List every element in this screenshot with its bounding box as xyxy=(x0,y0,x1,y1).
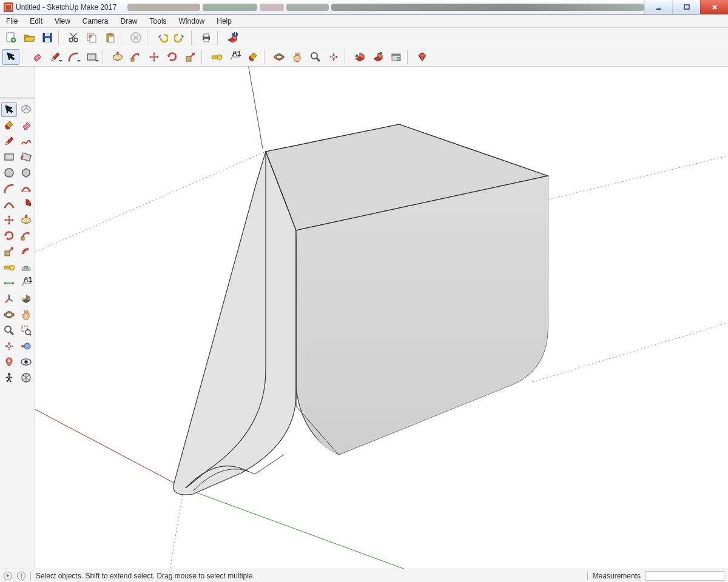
move-icon[interactable] xyxy=(1,213,17,227)
status-separator xyxy=(30,572,31,580)
zoom-button[interactable] xyxy=(307,49,324,65)
paste-button[interactable] xyxy=(101,30,118,45)
move-tool-button[interactable] xyxy=(146,49,163,65)
get-models-button[interactable] xyxy=(351,49,368,65)
polygon-icon[interactable] xyxy=(18,166,34,180)
svg-line-55 xyxy=(35,406,184,488)
scale-tool-button[interactable] xyxy=(182,49,199,65)
menu-window[interactable]: Window xyxy=(173,15,211,27)
paint-bucket-button[interactable] xyxy=(244,49,261,65)
previous-view-icon[interactable] xyxy=(18,339,34,353)
eraser-icon[interactable] xyxy=(18,118,34,133)
pencil-icon[interactable] xyxy=(1,134,17,149)
window-maximize-button[interactable] xyxy=(672,0,700,14)
menu-edit[interactable]: Edit xyxy=(24,15,49,27)
push-pull-icon[interactable] xyxy=(18,213,34,227)
axes-icon[interactable] xyxy=(1,292,17,306)
paint-bucket-icon[interactable] xyxy=(1,118,17,133)
sketchup-appicon xyxy=(4,2,13,12)
svg-rect-1 xyxy=(684,5,689,9)
save-file-button[interactable] xyxy=(39,30,56,45)
select-tool-button[interactable] xyxy=(2,49,19,65)
zoom-icon[interactable] xyxy=(1,323,17,338)
model-info-button[interactable] xyxy=(224,30,241,45)
orbit-button[interactable] xyxy=(271,49,288,65)
tape-measure-icon[interactable] xyxy=(1,260,17,275)
scale-icon[interactable] xyxy=(1,244,17,259)
svg-line-57 xyxy=(169,488,184,569)
orbit-icon[interactable] xyxy=(1,307,17,322)
rectangle-icon[interactable] xyxy=(1,150,17,164)
extension-warehouse-button[interactable] xyxy=(388,49,405,65)
redo-button[interactable] xyxy=(172,30,189,45)
zoom-extents-button[interactable] xyxy=(325,49,342,65)
arc-icon[interactable] xyxy=(1,181,17,196)
delete-button[interactable] xyxy=(127,30,144,45)
rotate-icon[interactable] xyxy=(1,229,17,243)
cut-button[interactable] xyxy=(65,30,82,45)
toggle-xray-icon[interactable] xyxy=(18,370,34,385)
print-button[interactable] xyxy=(198,30,215,45)
make-component-icon[interactable] xyxy=(18,102,34,117)
text-label-button[interactable] xyxy=(226,49,243,65)
walk-icon[interactable] xyxy=(1,370,17,385)
menu-camera[interactable]: Camera xyxy=(76,15,115,27)
arc-tool-button[interactable] xyxy=(65,49,82,65)
toolbar-separator xyxy=(264,50,268,64)
toolbar-separator xyxy=(103,50,107,64)
toolbar-separator xyxy=(191,30,195,45)
menu-view[interactable]: View xyxy=(49,15,76,27)
measurements-input[interactable] xyxy=(645,571,724,581)
ruby-console-button[interactable] xyxy=(414,49,431,65)
window-minimize-button[interactable] xyxy=(644,0,672,14)
toolbar-separator xyxy=(217,30,221,45)
rotate-tool-button[interactable] xyxy=(164,49,181,65)
geo-info-icon[interactable]: ⌖ xyxy=(4,572,12,580)
circle-icon[interactable] xyxy=(1,166,17,180)
open-file-button[interactable] xyxy=(21,30,38,45)
menu-bar: File Edit View Camera Draw Tools Window … xyxy=(0,15,728,28)
pie-icon[interactable] xyxy=(18,197,34,212)
pushpull-tool-button[interactable] xyxy=(109,49,126,65)
select-tool-icon[interactable] xyxy=(1,102,17,117)
three-point-arc-icon[interactable] xyxy=(1,197,17,212)
rotated-rectangle-icon[interactable] xyxy=(18,150,34,164)
pan-icon[interactable] xyxy=(18,307,34,322)
position-camera-icon[interactable] xyxy=(1,355,17,369)
text-label-icon[interactable] xyxy=(18,276,34,290)
zoom-extents-icon[interactable] xyxy=(1,339,17,353)
new-file-button[interactable] xyxy=(2,30,19,45)
dimension-icon[interactable] xyxy=(1,276,17,290)
offset-icon[interactable] xyxy=(18,244,34,259)
window-close-button[interactable] xyxy=(700,0,728,14)
menu-file[interactable]: File xyxy=(0,15,24,27)
followme-tool-button[interactable] xyxy=(127,49,144,65)
copy-button[interactable] xyxy=(83,30,100,45)
tape-measure-button[interactable] xyxy=(208,49,225,65)
model-viewport[interactable] xyxy=(35,67,728,569)
section-plane-icon[interactable] xyxy=(18,292,34,306)
zoom-window-icon[interactable] xyxy=(18,323,34,338)
toolbar-separator xyxy=(22,50,26,64)
look-around-icon[interactable] xyxy=(18,355,34,369)
follow-me-icon[interactable] xyxy=(18,229,34,243)
menu-tools[interactable]: Tools xyxy=(144,15,173,27)
freehand-icon[interactable] xyxy=(18,134,34,149)
rectangle-tool-button[interactable] xyxy=(83,49,100,65)
pencil-tool-button[interactable] xyxy=(47,49,64,65)
share-model-button[interactable] xyxy=(369,49,386,65)
eraser-tool-button[interactable] xyxy=(29,49,46,65)
toolbar-separator xyxy=(407,50,411,64)
status-bar: ⌖ i Select objects. Shift to extend sele… xyxy=(0,569,728,582)
credits-info-icon[interactable]: i xyxy=(17,572,25,580)
undo-button[interactable] xyxy=(153,30,170,45)
svg-line-58 xyxy=(533,321,728,382)
menu-help[interactable]: Help xyxy=(211,15,238,27)
protractor-icon[interactable] xyxy=(18,260,34,275)
pan-button[interactable] xyxy=(289,49,306,65)
menu-draw[interactable]: Draw xyxy=(115,15,144,27)
svg-line-52 xyxy=(248,67,263,149)
model-scene xyxy=(35,67,728,569)
two-point-arc-icon[interactable] xyxy=(18,181,34,196)
toolbar-separator xyxy=(58,30,62,45)
